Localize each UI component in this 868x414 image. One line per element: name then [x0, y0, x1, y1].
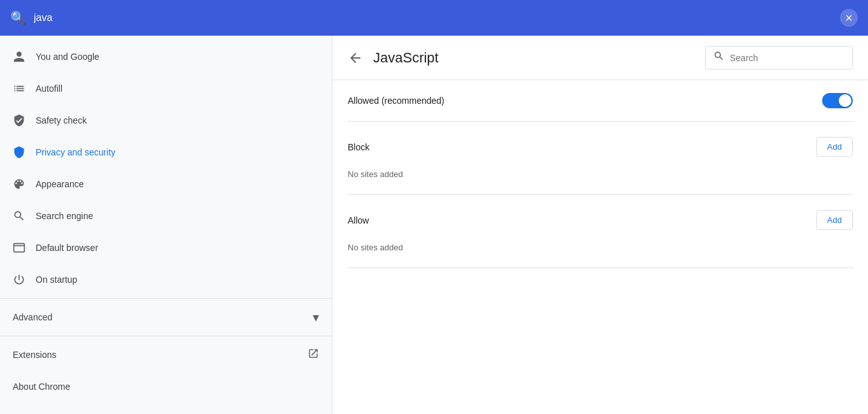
allow-no-sites: No sites added [348, 238, 853, 268]
page-title: JavaScript [373, 50, 439, 66]
sidebar-item-autofill[interactable]: Autofill [0, 73, 332, 104]
content-search-box[interactable] [705, 46, 853, 69]
block-add-button[interactable]: Add [816, 137, 853, 157]
sidebar-label-autofill: Autofill [36, 83, 62, 94]
sidebar-item-advanced[interactable]: Advanced ▾ [0, 301, 332, 333]
sidebar-divider-1 [0, 298, 332, 299]
sidebar-item-on-startup[interactable]: On startup [0, 264, 332, 296]
privacy-icon [13, 146, 25, 159]
chevron-down-icon: ▾ [313, 310, 319, 325]
sidebar-label-on-startup: On startup [36, 275, 77, 285]
search-box-icon [713, 50, 725, 65]
sidebar-item-search-engine[interactable]: Search engine [0, 200, 332, 232]
sidebar-label-about-chrome: About Chrome [13, 382, 70, 392]
sidebar-item-default-browser[interactable]: Default browser [0, 232, 332, 264]
back-button[interactable] [348, 50, 363, 66]
block-section-header: Block Add [348, 122, 853, 164]
safety-check-icon [13, 114, 25, 127]
allowed-label: Allowed (recommended) [348, 96, 445, 106]
allowed-toggle[interactable] [822, 93, 853, 108]
clear-search-button[interactable]: × [840, 9, 858, 27]
person-icon [13, 50, 25, 63]
content-header: JavaScript [332, 36, 868, 80]
content-area: JavaScript Allowed (recommended) [332, 36, 868, 414]
sidebar-item-appearance[interactable]: Appearance [0, 168, 332, 200]
external-link-icon [308, 348, 319, 362]
top-search-bar: 🔍 × [0, 0, 868, 36]
sidebar-item-about-chrome[interactable]: About Chrome [0, 371, 332, 403]
sidebar-label-privacy-security: Privacy and security [36, 147, 115, 157]
top-search-input[interactable] [34, 12, 840, 24]
sidebar-label-search-engine: Search engine [36, 211, 93, 221]
block-section-title: Block [348, 142, 369, 152]
sidebar-divider-2 [0, 336, 332, 336]
appearance-icon [13, 178, 25, 190]
content-body: Allowed (recommended) Block Add No sites… [332, 80, 868, 268]
on-startup-icon [13, 273, 25, 286]
sidebar-label-default-browser: Default browser [36, 243, 98, 253]
allow-section-header: Allow Add [348, 195, 853, 238]
allow-add-button[interactable]: Add [816, 210, 853, 230]
block-no-sites: No sites added [348, 164, 853, 195]
sidebar-label-appearance: Appearance [36, 179, 84, 189]
default-browser-icon [13, 241, 25, 254]
content-search-input[interactable] [730, 53, 844, 63]
sidebar-label-advanced: Advanced [13, 312, 52, 322]
allowed-setting-row: Allowed (recommended) [348, 80, 853, 122]
allow-section-title: Allow [348, 215, 369, 225]
autofill-icon [13, 82, 25, 95]
sidebar-item-extensions[interactable]: Extensions [0, 339, 332, 371]
sidebar-item-you-and-google[interactable]: You and Google [0, 41, 332, 73]
main-layout: You and Google Autofill Safety check Pri… [0, 36, 868, 414]
search-engine-icon [13, 210, 25, 222]
sidebar-label-you-and-google: You and Google [36, 52, 99, 62]
sidebar-label-safety-check: Safety check [36, 115, 87, 125]
sidebar-item-safety-check[interactable]: Safety check [0, 104, 332, 136]
sidebar: You and Google Autofill Safety check Pri… [0, 36, 332, 414]
sidebar-item-privacy-security[interactable]: Privacy and security [0, 136, 332, 168]
toggle-thumb [839, 94, 851, 107]
content-header-left: JavaScript [348, 50, 439, 66]
sidebar-label-extensions: Extensions [13, 350, 56, 360]
search-icon-top: 🔍 [10, 10, 26, 25]
svg-rect-0 [14, 243, 25, 252]
